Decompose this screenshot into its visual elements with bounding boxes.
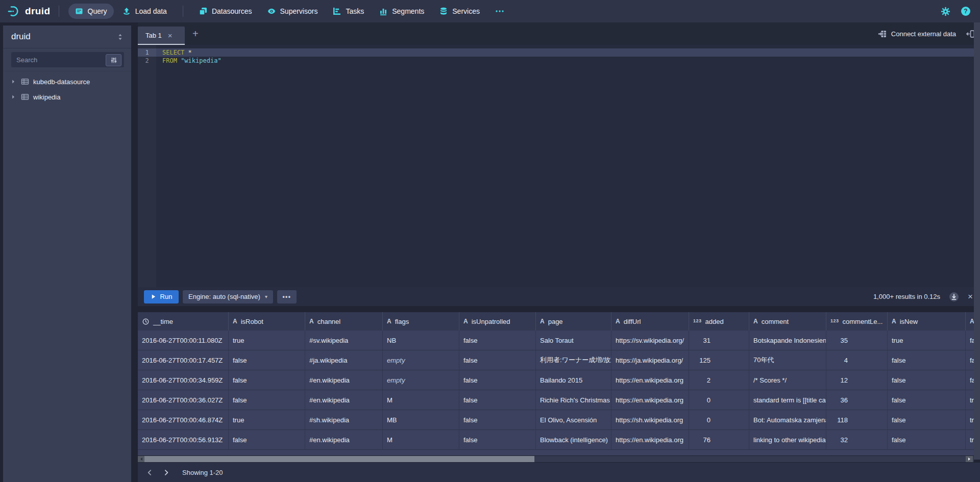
table-cell[interactable]: https://en.wikipedia.org xyxy=(611,430,689,449)
column-header-diffurl[interactable]: AdiffUrl xyxy=(611,312,689,331)
druid-logo[interactable]: druid xyxy=(7,5,51,18)
table-cell[interactable]: 36 xyxy=(826,390,888,410)
table-cell[interactable]: 2016-06-27T00:00:17.457Z xyxy=(138,350,229,370)
column-header-isnew[interactable]: AisNew xyxy=(888,312,966,331)
column-header-commentle-[interactable]: 123commentLe... xyxy=(826,312,888,331)
close-results-button[interactable]: × xyxy=(968,292,973,301)
table-cell[interactable]: #en.wikipedia xyxy=(305,390,383,410)
table-cell[interactable]: 31 xyxy=(689,331,749,350)
table-cell[interactable]: false xyxy=(459,410,536,429)
nav-item-supervisors[interactable]: Supervisors xyxy=(261,4,325,19)
table-cell[interactable]: false xyxy=(229,390,305,410)
table-cell[interactable]: https://sv.wikipedia.org/ xyxy=(611,331,689,350)
tree-item-kubedb-datasource[interactable]: kubedb-datasource xyxy=(3,74,131,89)
vertical-scrollbar[interactable] xyxy=(974,22,980,460)
table-cell[interactable]: #sh.wikipedia xyxy=(305,410,383,429)
table-cell[interactable]: https://en.wikipedia.org xyxy=(611,390,689,410)
table-cell[interactable]: false xyxy=(888,430,966,449)
engine-select[interactable]: Engine: auto (sql-native) ▾ xyxy=(183,290,273,303)
nav-item-query[interactable]: Query xyxy=(68,4,114,19)
table-cell[interactable]: 70年代 xyxy=(749,350,826,370)
table-cell[interactable]: M xyxy=(383,390,459,410)
table-cell[interactable]: Blowback (intelligence) xyxy=(536,430,611,449)
table-cell[interactable]: #sv.wikipedia xyxy=(305,331,383,350)
column-header-clipped[interactable]: A xyxy=(966,312,974,331)
table-cell[interactable]: 0 xyxy=(689,410,749,429)
column-header-channel[interactable]: Achannel xyxy=(305,312,383,331)
column-header-isunpatrolled[interactable]: AisUnpatrolled xyxy=(459,312,536,331)
table-cell[interactable]: 35 xyxy=(826,331,888,350)
table-cell[interactable]: true xyxy=(229,410,305,429)
table-cell[interactable]: false xyxy=(229,370,305,390)
next-page-button[interactable] xyxy=(159,466,173,479)
table-cell[interactable]: linking to other wikipedia xyxy=(749,430,826,449)
table-cell[interactable]: Salo Toraut xyxy=(536,331,611,350)
connect-external-data-button[interactable]: Connect external data xyxy=(878,30,956,38)
table-cell[interactable]: false xyxy=(459,350,536,370)
nav-more-menu[interactable] xyxy=(488,4,511,19)
table-cell[interactable]: #en.wikipedia xyxy=(305,370,383,390)
table-cell[interactable]: 118 xyxy=(826,410,888,429)
table-cell[interactable]: standard term is [[title case]] xyxy=(749,390,826,410)
prev-page-button[interactable] xyxy=(142,466,157,479)
nav-item-segments[interactable]: Segments xyxy=(373,4,431,19)
settings-button[interactable] xyxy=(941,7,950,16)
query-more-button[interactable]: ••• xyxy=(277,290,297,303)
scroll-right-button[interactable] xyxy=(966,456,973,462)
table-cell[interactable]: #en.wikipedia xyxy=(305,430,383,449)
table-cell[interactable]: true xyxy=(966,410,974,429)
table-cell[interactable]: 2016-06-27T00:00:56.913Z xyxy=(138,430,229,449)
table-cell[interactable]: 2016-06-27T00:00:34.959Z xyxy=(138,370,229,390)
help-button[interactable]: ? xyxy=(961,6,971,16)
table-cell[interactable]: false xyxy=(229,430,305,449)
table-cell[interactable]: 0 xyxy=(689,390,749,410)
table-cell[interactable]: true xyxy=(229,331,305,350)
nav-item-services[interactable]: Services xyxy=(433,4,486,19)
table-cell[interactable]: 2 xyxy=(689,370,749,390)
table-cell[interactable]: true xyxy=(966,390,974,410)
tree-item-wikipedia[interactable]: wikipedia xyxy=(3,89,131,105)
table-cell[interactable]: https://en.wikipedia.org xyxy=(611,370,689,390)
table-cell[interactable]: 2016-06-27T00:00:11.080Z xyxy=(138,331,229,350)
scrollbar-thumb[interactable] xyxy=(144,456,534,462)
run-button[interactable]: Run xyxy=(144,290,179,303)
table-cell[interactable]: 12 xyxy=(826,370,888,390)
download-button[interactable] xyxy=(949,292,959,302)
table-cell[interactable]: false xyxy=(459,390,536,410)
table-cell[interactable]: Botskapande Indonesien xyxy=(749,331,826,350)
table-cell[interactable]: Richie Rich's Christmas Wish xyxy=(536,390,611,410)
column-header-flags[interactable]: Aflags xyxy=(383,312,459,331)
table-cell[interactable]: Bot: Automatska zamjena xyxy=(749,410,826,429)
table-cell[interactable]: Bailando 2015 xyxy=(536,370,611,390)
table-cell[interactable]: 125 xyxy=(689,350,749,370)
sql-editor[interactable]: 1 SELECT * 2 FROM "wikipedia" xyxy=(138,45,980,287)
table-cell[interactable]: false xyxy=(459,430,536,449)
table-cell[interactable]: false xyxy=(888,350,966,370)
column-header--time[interactable]: __time xyxy=(138,312,229,331)
tab-query-1[interactable]: Tab 1 × xyxy=(138,27,185,45)
table-cell[interactable]: MB xyxy=(383,410,459,429)
table-cell[interactable]: #ja.wikipedia xyxy=(305,350,383,370)
add-tab-button[interactable]: + xyxy=(192,29,199,39)
table-cell[interactable]: true xyxy=(888,331,966,350)
table-cell[interactable]: 76 xyxy=(689,430,749,449)
table-cell[interactable]: 2016-06-27T00:00:36.027Z xyxy=(138,390,229,410)
table-cell[interactable]: false xyxy=(966,370,974,390)
table-cell[interactable]: false xyxy=(888,410,966,429)
schema-selector-button[interactable] xyxy=(116,33,124,41)
table-cell[interactable]: false xyxy=(888,390,966,410)
column-header-comment[interactable]: Acomment xyxy=(749,312,826,331)
column-header-added[interactable]: 123added xyxy=(689,312,749,331)
nav-item-tasks[interactable]: Tasks xyxy=(326,4,371,19)
tab-close-icon[interactable]: × xyxy=(168,32,173,39)
table-cell[interactable]: false xyxy=(888,370,966,390)
table-cell[interactable]: https://sh.wikipedia.org xyxy=(611,410,689,429)
column-filter-button[interactable] xyxy=(106,54,121,66)
table-cell[interactable]: El Olivo, Ascensión xyxy=(536,410,611,429)
table-cell[interactable]: true xyxy=(966,430,974,449)
table-cell[interactable]: false xyxy=(966,350,974,370)
table-cell[interactable]: empty xyxy=(383,370,459,390)
table-cell[interactable]: NB xyxy=(383,331,459,350)
nav-item-load-data[interactable]: Load data xyxy=(116,4,174,19)
table-cell[interactable]: 利用者:ワーナー成増/放送局 xyxy=(536,350,611,370)
